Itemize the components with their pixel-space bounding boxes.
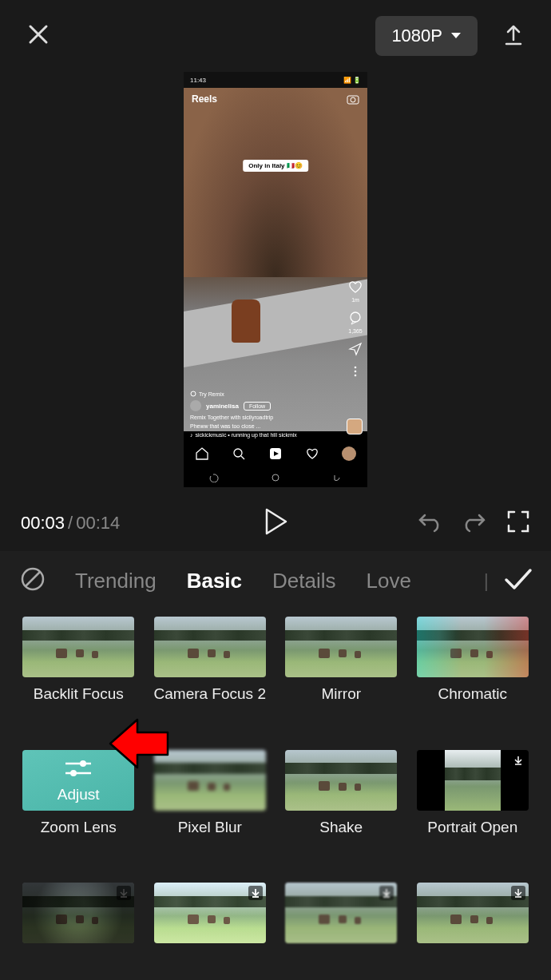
- home-icon: [195, 446, 209, 461]
- effect-thumb: [417, 750, 529, 811]
- svg-point-17: [70, 770, 77, 776]
- svg-line-9: [241, 456, 244, 459]
- download-icon: [379, 886, 394, 900]
- effect-label: Chromatic: [438, 685, 507, 703]
- download-icon: [117, 886, 131, 900]
- effect-label: Camera Focus 2: [154, 685, 266, 703]
- disable-effect-button[interactable]: [19, 565, 46, 596]
- effect-row3-4[interactable]: [417, 883, 529, 980]
- resolution-selector[interactable]: 1080P: [375, 16, 478, 56]
- svg-point-6: [355, 375, 357, 377]
- svg-point-3: [351, 312, 360, 322]
- download-icon: [511, 753, 525, 768]
- audio-thumb: [347, 419, 363, 434]
- download-icon: [248, 886, 263, 900]
- share-icon: [348, 342, 363, 358]
- back-icon: [332, 473, 342, 482]
- effect-camera-focus-2[interactable]: Camera Focus 2: [154, 617, 267, 736]
- effect-row3-3[interactable]: [285, 883, 398, 980]
- fullscreen-button[interactable]: [506, 510, 530, 537]
- effect-backlit-focus[interactable]: Backlit Focus: [22, 617, 135, 736]
- current-time: 00:03: [21, 513, 65, 533]
- top-right-controls: 1080P: [375, 16, 525, 56]
- music-label: sickickmusic • running up that hill sick…: [196, 432, 297, 438]
- effects-grid[interactable]: Backlit FocusCamera Focus 2MirrorChromat…: [0, 610, 551, 980]
- effect-thumb: [154, 617, 266, 677]
- adjust-label: Adjust: [57, 786, 100, 803]
- effect-shake[interactable]: Shake: [285, 750, 398, 869]
- effect-label: Pixel Blur: [178, 819, 242, 836]
- effect-thumb: [417, 883, 529, 943]
- close-button[interactable]: [26, 22, 51, 50]
- effects-tabs: TrendingBasicDetailsLove |: [0, 551, 551, 610]
- confirm-button[interactable]: [503, 567, 533, 594]
- effect-label: Backlit Focus: [34, 685, 124, 703]
- effect-thumb: [22, 617, 134, 677]
- overlay-caption-pill: Only in Italy 🇮🇹😊: [243, 160, 308, 172]
- play-button[interactable]: [264, 508, 287, 538]
- time-sep: /: [68, 513, 73, 533]
- tab-love[interactable]: Love: [367, 569, 411, 593]
- resolution-label: 1080P: [391, 26, 442, 46]
- player-bar: 00:03/00:14: [0, 495, 551, 551]
- ig-action-rail: 1m 1,365: [348, 280, 363, 379]
- more-icon: [354, 366, 357, 379]
- effect-thumb: [285, 883, 397, 943]
- preview-area: 11:43 📶 🔋 Reels Only in Italy 🇮🇹😊 1m 1,3…: [0, 72, 551, 495]
- tab-basic[interactable]: Basic: [187, 569, 242, 593]
- ig-bottom-meta: Try Remix yaminelisa Follow Remix Togeth…: [190, 391, 327, 438]
- effect-mirror[interactable]: Mirror: [285, 617, 398, 736]
- effect-label: Portrait Open: [427, 819, 517, 836]
- music-icon: ♪: [190, 432, 193, 438]
- effects-panel: TrendingBasicDetailsLove | Backlit Focus…: [0, 551, 551, 980]
- effect-thumb: [22, 883, 134, 943]
- reels-header: Reels: [184, 88, 367, 110]
- tab-details[interactable]: Details: [272, 569, 335, 593]
- remix-line: Remix Together with sicilyroadtrip: [190, 415, 327, 420]
- caption-text: Pheww that was too close ...: [190, 423, 327, 429]
- svg-point-2: [351, 97, 355, 102]
- export-button[interactable]: [501, 22, 525, 50]
- homekey-icon: [271, 473, 280, 482]
- tabs-separator: |: [484, 569, 489, 592]
- effect-label: Zoom Lens: [41, 819, 117, 836]
- effect-chromatic[interactable]: Chromatic: [417, 617, 529, 736]
- effect-thumb: [417, 617, 529, 677]
- total-time: 00:14: [76, 513, 120, 533]
- follow-button: Follow: [244, 402, 271, 411]
- effect-row3-1[interactable]: [22, 883, 135, 980]
- reels-icon: [268, 446, 283, 461]
- svg-point-8: [234, 449, 242, 457]
- effect-thumb: [154, 750, 266, 811]
- status-icons: 📶 🔋: [343, 77, 361, 84]
- effect-pixel-blur[interactable]: Pixel Blur: [154, 750, 267, 869]
- effect-thumb: [154, 883, 266, 943]
- username: yaminelisa: [206, 403, 239, 410]
- undo-button[interactable]: [417, 510, 442, 536]
- svg-point-4: [355, 367, 357, 369]
- recents-icon: [209, 473, 219, 482]
- camera-icon: [347, 93, 359, 105]
- effect-thumb: [285, 750, 397, 811]
- android-nav-bar: [184, 468, 367, 487]
- effect-portrait-open[interactable]: Portrait Open: [417, 750, 529, 869]
- adjust-icon: [62, 757, 94, 780]
- svg-point-5: [355, 371, 357, 373]
- svg-point-15: [80, 760, 86, 767]
- reels-title: Reels: [192, 93, 217, 105]
- svg-line-13: [26, 572, 40, 586]
- effect-row3-2[interactable]: [154, 883, 267, 980]
- ig-bottom-nav: [184, 439, 367, 468]
- search-icon: [232, 446, 246, 461]
- remix-icon: [190, 391, 196, 397]
- top-bar: 1080P: [0, 0, 551, 72]
- ig-content: [184, 88, 367, 431]
- like-icon: 1m: [348, 280, 363, 303]
- time-display: 00:03/00:14: [21, 513, 120, 534]
- tab-trending[interactable]: Trending: [75, 569, 157, 593]
- video-preview[interactable]: 11:43 📶 🔋 Reels Only in Italy 🇮🇹😊 1m 1,3…: [184, 72, 367, 487]
- status-time: 11:43: [190, 77, 206, 84]
- svg-point-7: [191, 391, 196, 396]
- effect-zoom-lens[interactable]: AdjustZoom Lens: [22, 750, 135, 869]
- redo-button[interactable]: [462, 510, 487, 536]
